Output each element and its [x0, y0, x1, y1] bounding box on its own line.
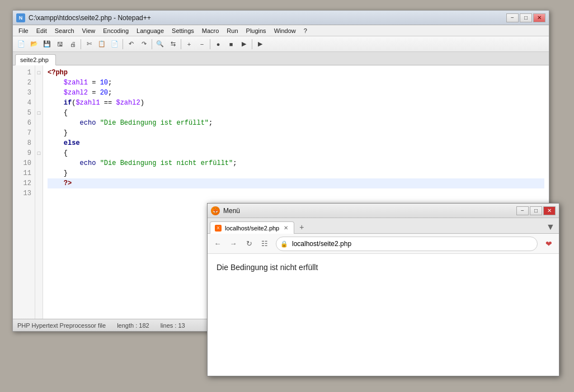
notepad-window-controls: − □ ✕: [506, 13, 545, 22]
code-line-6: echo "Die Bedingung ist erfüllt";: [48, 118, 544, 128]
menu-settings[interactable]: Settings: [168, 26, 197, 35]
browser-tab-list-button[interactable]: ▼: [544, 221, 557, 233]
code-line-8: else: [48, 138, 544, 148]
code-line-3: $zahl2 = 20;: [48, 88, 544, 98]
status-length: length : 182: [117, 322, 149, 329]
tb-copy[interactable]: 📋: [96, 38, 108, 50]
code-line-7: }: [48, 128, 544, 138]
tb-paste[interactable]: 📄: [109, 38, 121, 50]
notepad-menubar: File Edit Search View Encoding Language …: [13, 25, 549, 36]
line-numbers: 1 2 3 4 5 6 7 8 9 10 11 12 13: [13, 65, 35, 319]
tb-run[interactable]: ▶: [254, 38, 266, 50]
titlebar-left: N C:\xampp\htdocs\seite2.php - Notepad++: [16, 13, 151, 22]
browser-maximize-button[interactable]: □: [530, 206, 542, 215]
menu-edit[interactable]: Edit: [33, 26, 50, 35]
menu-plugins[interactable]: Plugins: [243, 26, 270, 35]
tb-macro-record[interactable]: ●: [212, 38, 224, 50]
notepad-app-icon: N: [16, 13, 25, 22]
browser-minimize-button[interactable]: −: [516, 206, 529, 215]
menu-view[interactable]: View: [79, 26, 99, 35]
menu-macro[interactable]: Macro: [199, 26, 223, 35]
code-line-5: {: [48, 108, 544, 118]
tb-macro-play[interactable]: ▶: [238, 38, 250, 50]
code-line-13: [48, 188, 544, 199]
page-output-text: Die Bedingung ist nicht erfüllt: [217, 263, 318, 272]
notepad-toolbar: 📄 📂 💾 🖫 🖨 ✄ 📋 📄 ↶ ↷ 🔍 ⇆ + − ● ■ ▶ ▶: [13, 36, 549, 52]
code-line-9: {: [48, 148, 544, 158]
code-line-12: ?>: [48, 178, 544, 188]
notepad-title: C:\xampp\htdocs\seite2.php - Notepad++: [29, 14, 151, 22]
menu-run[interactable]: Run: [223, 26, 241, 35]
browser-navbar: ← → ↻ ☷ 🔒 ❤: [208, 234, 559, 254]
code-line-2: $zahl1 = 10;: [48, 78, 544, 88]
code-line-10: echo "Die Bedingung ist nicht erfüllt";: [48, 158, 544, 168]
code-line-1: <?php: [48, 68, 544, 78]
notepad-minimize-button[interactable]: −: [506, 13, 519, 22]
tab-seite2[interactable]: seite2.php: [15, 54, 56, 65]
browser-close-button[interactable]: ✕: [543, 206, 556, 215]
browser-forward-button[interactable]: →: [227, 237, 240, 251]
toolbar-sep-6: [252, 39, 252, 49]
firefox-icon: 🦊: [211, 206, 220, 215]
toolbar-sep-1: [81, 39, 81, 49]
tb-zoomout[interactable]: −: [196, 38, 208, 50]
status-lines: lines : 13: [161, 322, 185, 329]
menu-encoding[interactable]: Encoding: [100, 26, 132, 35]
menu-file[interactable]: File: [15, 26, 32, 35]
browser-favorite-button[interactable]: ❤: [542, 237, 556, 251]
tb-find[interactable]: 🔍: [154, 38, 166, 50]
browser-title: Menü: [223, 207, 240, 215]
browser-window-controls: − □ ✕: [516, 206, 556, 215]
toolbar-sep-2: [123, 39, 123, 49]
address-bar-wrapper: 🔒: [276, 237, 538, 251]
tb-open[interactable]: 📂: [28, 38, 40, 50]
status-filetype: PHP Hypertext Preprocessor file: [17, 322, 106, 329]
toolbar-sep-3: [152, 39, 152, 49]
tb-macro-stop[interactable]: ■: [225, 38, 237, 50]
browser-tab-active[interactable]: X localhost/seite2.php ✕: [210, 221, 294, 234]
address-bar-lock-icon: 🔒: [280, 240, 288, 247]
menu-help[interactable]: ?: [300, 26, 310, 35]
browser-tabbar: X localhost/seite2.php ✕ + ▼: [208, 218, 559, 234]
tb-redo[interactable]: ↷: [138, 38, 150, 50]
browser-new-tab-button[interactable]: +: [295, 221, 308, 233]
notepad-maximize-button[interactable]: □: [520, 13, 532, 22]
notepad-tabbar: seite2.php: [13, 52, 549, 65]
tb-save[interactable]: 💾: [41, 38, 53, 50]
tb-cut[interactable]: ✄: [83, 38, 95, 50]
browser-reload-button[interactable]: ↻: [242, 237, 256, 251]
menu-language[interactable]: Language: [133, 26, 167, 35]
code-line-11: }: [48, 168, 544, 178]
tab-label: seite2.php: [20, 56, 49, 63]
tb-new[interactable]: 📄: [15, 38, 27, 50]
browser-window: 🦊 Menü − □ ✕ X localhost/seite2.php ✕ + …: [207, 203, 559, 376]
browser-content: Die Bedingung ist nicht erfüllt: [208, 254, 559, 376]
toolbar-sep-5: [210, 39, 210, 49]
browser-tab-close-button[interactable]: ✕: [283, 225, 289, 232]
browser-tab-label: localhost/seite2.php: [225, 225, 279, 232]
tb-replace[interactable]: ⇆: [167, 38, 179, 50]
browser-grid-button[interactable]: ☷: [258, 237, 271, 251]
tab-favicon: X: [215, 225, 222, 232]
menu-window[interactable]: Window: [271, 26, 299, 35]
tb-saveall[interactable]: 🖫: [54, 38, 66, 50]
browser-titlebar-left: 🦊 Menü: [211, 206, 240, 215]
notepad-close-button[interactable]: ✕: [533, 13, 545, 22]
browser-titlebar: 🦊 Menü − □ ✕: [208, 204, 559, 218]
tb-undo[interactable]: ↶: [125, 38, 137, 50]
code-line-4: if($zahl1 == $zahl2): [48, 98, 544, 108]
tb-zoomin[interactable]: +: [183, 38, 195, 50]
menu-search[interactable]: Search: [51, 26, 78, 35]
address-bar[interactable]: [276, 237, 538, 251]
tb-print[interactable]: 🖨: [67, 38, 79, 50]
fold-column: □ □ □: [35, 65, 43, 319]
notepad-titlebar: N C:\xampp\htdocs\seite2.php - Notepad++…: [13, 11, 549, 25]
toolbar-sep-4: [181, 39, 181, 49]
browser-back-button[interactable]: ←: [211, 237, 224, 251]
